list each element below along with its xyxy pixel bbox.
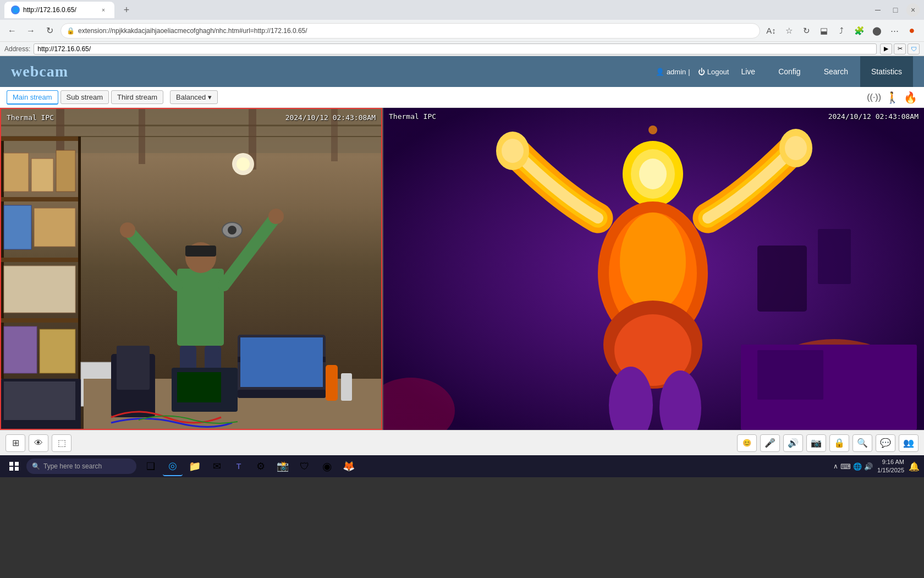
tab-config[interactable]: Config: [767, 56, 811, 87]
main-stream-button[interactable]: Main stream: [7, 90, 58, 105]
thermal-svg: [383, 108, 924, 430]
right-video-panel: Thermal IPC 2024/10/12 02:43:08AM: [383, 108, 924, 430]
url-text: extension://npjkkakdacjaihjaoeliacmecofg…: [78, 27, 754, 35]
username-text: admin: [667, 68, 686, 76]
maximize-button[interactable]: □: [889, 3, 902, 17]
zoom-button[interactable]: 🔍: [853, 434, 872, 452]
stream-icons: ((·)) 🚶 🔥: [867, 91, 917, 104]
balanced-label: Balanced: [176, 93, 206, 101]
notification-button[interactable]: 🔔: [909, 461, 920, 472]
svg-point-60: [598, 201, 708, 345]
more-icon[interactable]: ⋯: [887, 23, 902, 39]
logout-icon: ⏻: [698, 68, 705, 76]
back-button[interactable]: ←: [4, 23, 20, 39]
address-action-buttons: ▶ ✂ 🛡: [880, 43, 920, 54]
snapshot-button[interactable]: 📷: [806, 434, 826, 452]
reload-button[interactable]: ↻: [42, 23, 57, 39]
svg-rect-71: [741, 345, 917, 430]
address-go-button[interactable]: ▶: [880, 43, 892, 54]
svg-point-53: [812, 386, 878, 430]
svg-point-51: [752, 339, 917, 430]
left-video-panel: Thermal IPC 2024/10/12 02:43:08AM: [0, 108, 382, 430]
person-detection-icon[interactable]: 🚶: [886, 91, 899, 104]
teams-button[interactable]: T: [229, 456, 249, 476]
browser-menu-icon[interactable]: ●: [904, 23, 920, 39]
wifi-icon[interactable]: ((·)): [867, 92, 881, 102]
tab-statistics[interactable]: Statistics: [860, 56, 913, 87]
windows-logo: [9, 462, 19, 471]
network-icon: 🌐: [853, 462, 862, 471]
tab-live[interactable]: Live: [730, 56, 766, 87]
taskbar-clock[interactable]: 9:16 AM 1/15/2025: [877, 458, 904, 475]
speaker-button[interactable]: 🔊: [783, 434, 803, 452]
browser-titlebar: 🌐 http://172.16.0.65/ × + ─ □ ×: [0, 0, 924, 20]
address-input[interactable]: [34, 43, 877, 54]
window-controls: ─ □ ×: [871, 3, 920, 17]
svg-rect-56: [818, 229, 851, 284]
camera-button[interactable]: 📸: [273, 456, 293, 476]
mail-button[interactable]: ✉: [207, 456, 227, 476]
svg-point-67: [603, 301, 702, 389]
taskbar-date: 1/15/2025: [877, 466, 904, 475]
forward-button[interactable]: →: [23, 23, 38, 39]
security-button[interactable]: 🛡: [295, 456, 315, 476]
crop-button[interactable]: ⬚: [52, 434, 72, 452]
mic-button[interactable]: 🎤: [760, 434, 780, 452]
flame-detection-icon[interactable]: 🔥: [904, 91, 917, 104]
settings-button[interactable]: ⚙: [251, 456, 271, 476]
bottom-right-controls: 😊 🎤 🔊 📷 🔒 🔍 💬 👥: [737, 434, 919, 452]
share-icon[interactable]: ⤴: [834, 23, 849, 39]
minimize-button[interactable]: ─: [871, 3, 884, 17]
translate-icon[interactable]: A↕: [763, 23, 779, 39]
balanced-button[interactable]: Balanced ▾: [170, 90, 218, 104]
tab-search[interactable]: Search: [813, 56, 859, 87]
chat-button[interactable]: 💬: [876, 434, 895, 452]
chrome-button[interactable]: ◉: [317, 456, 337, 476]
webcam-user: 👤 admin |: [656, 68, 690, 76]
face-detect-button[interactable]: 😊: [737, 434, 757, 452]
stream-bar: Main stream Sub stream Third stream Bala…: [0, 87, 924, 108]
layout-button[interactable]: ⊞: [6, 434, 25, 452]
task-view-button[interactable]: ❑: [141, 456, 161, 476]
security-icon: 🔒: [67, 27, 75, 35]
taskbar-icon-chevron[interactable]: ∧: [833, 462, 838, 470]
address-edit-button[interactable]: ✂: [894, 43, 906, 54]
file-explorer-button[interactable]: 📁: [185, 456, 205, 476]
extensions-icon[interactable]: 🧩: [851, 23, 867, 39]
svg-point-63: [496, 132, 529, 170]
third-stream-button[interactable]: Third stream: [111, 90, 163, 104]
browser-tab[interactable]: 🌐 http://172.16.0.65/ ×: [4, 2, 114, 18]
tab-groups-icon[interactable]: ⬓: [816, 23, 832, 39]
lock-button[interactable]: 🔒: [829, 434, 849, 452]
system-tray: ∧ ⌨ 🌐 🔊: [833, 462, 873, 471]
sub-stream-button[interactable]: Sub stream: [61, 90, 109, 104]
users-button[interactable]: 👥: [899, 434, 919, 452]
svg-point-73: [648, 126, 657, 134]
address-shield-button[interactable]: 🛡: [908, 43, 920, 54]
address-bar[interactable]: 🔒 extension://npjkkakdacjaihjaoeliacmeco…: [61, 23, 760, 39]
search-icon: 🔍: [32, 462, 40, 470]
svg-point-52: [785, 367, 895, 430]
taskbar-search[interactable]: 🔍 Type here to search: [26, 459, 136, 474]
logout-button[interactable]: ⏻ Logout: [698, 68, 729, 76]
svg-point-65: [779, 129, 812, 167]
svg-point-61: [609, 212, 697, 334]
svg-rect-49: [383, 108, 924, 430]
video-container: Thermal IPC 2024/10/12 02:43:08AM: [0, 108, 924, 430]
user-icon: 👤: [656, 68, 664, 76]
bottom-left-controls: ⊞ 👁 ⬚: [6, 434, 72, 452]
tab-close-button[interactable]: ×: [99, 6, 108, 14]
browser2-button[interactable]: 🦊: [339, 456, 359, 476]
svg-point-70: [659, 370, 701, 430]
start-button[interactable]: [4, 456, 24, 476]
new-tab-button[interactable]: +: [119, 2, 134, 18]
refresh-icon[interactable]: ↻: [799, 23, 814, 39]
profile-icon[interactable]: ⬤: [869, 23, 884, 39]
bookmark-icon[interactable]: ☆: [781, 23, 796, 39]
close-button[interactable]: ×: [906, 3, 920, 17]
edge-browser-button[interactable]: ◎: [163, 456, 183, 476]
svg-point-59: [639, 159, 667, 189]
browser-toolbar: ← → ↻ 🔒 extension://npjkkakdacjaihjaoeli…: [0, 20, 924, 42]
tab-title: http://172.16.0.65/: [23, 6, 76, 14]
eye-button[interactable]: 👁: [29, 434, 48, 452]
